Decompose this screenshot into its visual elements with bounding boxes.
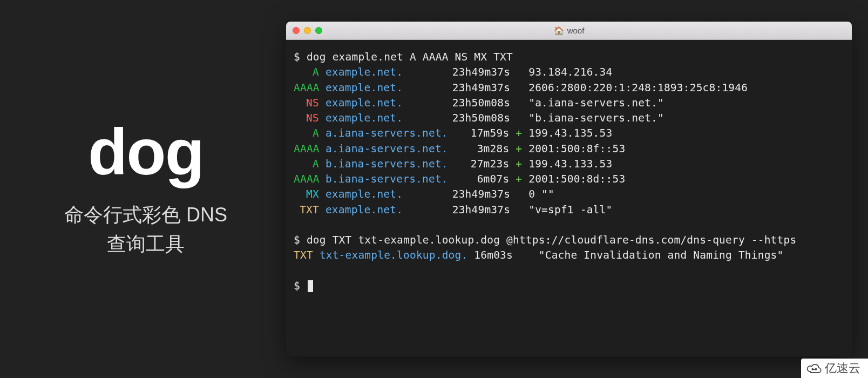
window-titlebar[interactable]: 🏠 woof	[286, 22, 852, 40]
command-line[interactable]: $	[294, 279, 844, 294]
record-domain: b.iana-servers.net.	[326, 157, 452, 172]
hero-subtitle-line1: 命令行式彩色 DNS	[64, 204, 227, 226]
record-type: AAAA	[294, 141, 319, 157]
record-type: MX	[294, 187, 319, 202]
record-value: 2606:2800:220:1:248:1893:25c8:1946	[528, 82, 748, 94]
record-ttl: 23h50m08s	[452, 96, 510, 111]
record-ttl: 17m59s	[452, 126, 510, 141]
blank-line	[294, 264, 844, 279]
minimize-icon[interactable]	[304, 27, 311, 34]
watermark: 亿速云	[801, 359, 868, 378]
record-value: 199.43.133.53	[528, 158, 612, 170]
terminal-window: 🏠 woof $ dog example.net A AAAA NS MX TX…	[286, 22, 852, 356]
record-ttl: 23h49m37s	[452, 187, 510, 202]
blank-line	[294, 218, 844, 233]
command-text: dog example.net A AAAA NS MX TXT	[307, 51, 513, 63]
main-layout: dog 命令行式彩色 DNS 查询工具 🏠 woof $ dog example…	[0, 0, 868, 378]
plus-icon: +	[516, 127, 522, 139]
record-value: 93.184.216.34	[528, 66, 612, 78]
record-type: AAAA	[294, 172, 319, 187]
record-domain: example.net.	[326, 96, 452, 111]
dns-record-row: NS example.net.23h50m08s "b.iana-servers…	[294, 111, 844, 126]
record-domain: a.iana-servers.net.	[326, 141, 452, 157]
record-type: AAAA	[294, 80, 319, 96]
hero-panel: dog 命令行式彩色 DNS 查询工具	[16, 119, 275, 259]
record-ttl: 23h50m08s	[452, 111, 510, 126]
terminal-body[interactable]: $ dog example.net A AAAA NS MX TXTA exam…	[286, 40, 852, 303]
dns-record-row: A a.iana-servers.net.17m59s + 199.43.135…	[294, 126, 844, 141]
command-line: $ dog TXT txt-example.lookup.dog @https:…	[294, 233, 844, 248]
record-ttl: 16m03s	[474, 249, 513, 261]
record-ttl: 3m28s	[452, 141, 510, 157]
window-title: 🏠 woof	[554, 26, 585, 36]
record-value: "Cache Invalidation and Naming Things"	[539, 249, 784, 261]
record-value: "a.iana-servers.net."	[528, 97, 664, 109]
hero-subtitle-line2: 查询工具	[107, 233, 185, 255]
record-type: A	[294, 65, 319, 80]
record-domain: a.iana-servers.net.	[326, 126, 452, 141]
hero-subtitle: 命令行式彩色 DNS 查询工具	[16, 200, 275, 259]
plus-icon: +	[516, 143, 522, 155]
record-domain: example.net.	[326, 80, 452, 96]
command-text: dog TXT txt-example.lookup.dog @https://…	[307, 234, 796, 246]
hero-title: dog	[16, 119, 275, 184]
record-domain: example.net.	[326, 187, 452, 202]
record-value: 199.43.135.53	[528, 127, 612, 139]
home-icon: 🏠	[554, 26, 564, 36]
record-ttl: 23h49m37s	[452, 65, 510, 80]
cursor-icon	[308, 280, 313, 292]
close-icon[interactable]	[293, 27, 300, 34]
dns-record-row: AAAA a.iana-servers.net.3m28s + 2001:500…	[294, 141, 844, 157]
traffic-lights	[293, 27, 322, 34]
record-ttl: 23h49m37s	[452, 202, 510, 218]
dns-record-row: NS example.net.23h50m08s "a.iana-servers…	[294, 96, 844, 111]
cloud-icon	[806, 363, 822, 374]
watermark-text: 亿速云	[825, 360, 860, 376]
record-ttl: 6m07s	[452, 172, 510, 187]
prompt: $	[294, 234, 300, 246]
dns-record-row: MX example.net.23h49m37s 0 ""	[294, 187, 844, 202]
window-title-text: woof	[567, 26, 585, 35]
record-domain: b.iana-servers.net.	[326, 172, 452, 187]
dns-record-row: TXT txt-example.lookup.dog. 16m03s "Cach…	[294, 248, 844, 263]
record-value: "v=spf1 -all"	[528, 204, 612, 216]
record-type: NS	[294, 111, 319, 126]
command-line: $ dog example.net A AAAA NS MX TXT	[294, 50, 844, 65]
record-ttl: 23h49m37s	[452, 80, 510, 96]
record-domain: example.net.	[326, 202, 452, 218]
record-ttl: 27m23s	[452, 157, 510, 172]
record-type: TXT	[294, 249, 313, 261]
record-value: 2001:500:8f::53	[528, 143, 625, 155]
dns-record-row: AAAA example.net.23h49m37s 2606:2800:220…	[294, 80, 844, 96]
record-value: "b.iana-servers.net."	[528, 112, 664, 124]
record-domain: txt-example.lookup.dog.	[320, 249, 468, 261]
prompt: $	[294, 51, 300, 63]
dns-record-row: A example.net.23h49m37s 93.184.216.34	[294, 65, 844, 80]
plus-icon: +	[516, 158, 522, 170]
record-type: A	[294, 126, 319, 141]
record-value: 2001:500:8d::53	[528, 173, 625, 185]
dns-record-row: A b.iana-servers.net.27m23s + 199.43.133…	[294, 157, 844, 172]
record-value: 0 ""	[528, 188, 554, 200]
dns-record-row: AAAA b.iana-servers.net.6m07s + 2001:500…	[294, 172, 844, 187]
prompt: $	[294, 280, 300, 292]
record-type: TXT	[294, 202, 319, 218]
record-type: A	[294, 157, 319, 172]
dns-record-row: TXT example.net.23h49m37s "v=spf1 -all"	[294, 202, 844, 218]
record-domain: example.net.	[326, 111, 452, 126]
record-type: NS	[294, 96, 319, 111]
record-domain: example.net.	[326, 65, 452, 80]
maximize-icon[interactable]	[315, 27, 322, 34]
plus-icon: +	[516, 173, 522, 185]
